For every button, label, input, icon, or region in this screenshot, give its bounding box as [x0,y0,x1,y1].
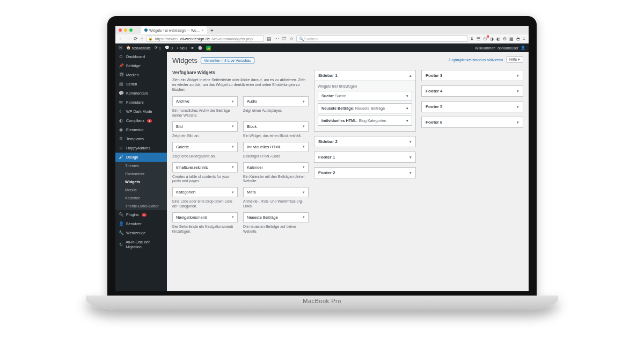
area-footer3-header[interactable]: Footer 3▾ [422,70,523,81]
plug-icon: 🔌 [119,212,123,217]
widget-desc: Zeigt einen Audioplayer. [243,109,309,113]
menu-dashboard[interactable]: ⊙Dashboard [115,52,167,61]
menu-design[interactable]: 🖌Design [115,153,167,162]
new-tab-icon[interactable]: + [209,27,215,33]
adminbar-lock-icon[interactable]: 🔒 [206,46,211,51]
more-icon[interactable]: ⋯ [274,36,279,41]
tab-close-icon[interactable]: × [201,28,203,32]
chevron-down-icon: ▾ [517,74,519,78]
happy-icon: ☺ [119,146,123,150]
ext4-icon[interactable]: ▦ [509,37,514,41]
widget-item[interactable]: Bild▾ [172,121,238,132]
menu-posts[interactable]: 📌Beiträge [115,61,167,70]
adminbar-site[interactable]: 🏠 testwebsite [126,46,151,50]
menu-complianz[interactable]: ◐Complianz1 [115,116,167,125]
menu-media[interactable]: 🖼Medien [115,70,167,80]
a11y-mode-link[interactable]: Zugänglichkeitsmodus aktivieren [448,58,503,62]
placed-widget[interactable]: Individuelles HTML: Blog Kategorien▾ [318,116,412,126]
alarm-icon[interactable]: ⏱3 [483,37,487,41]
widget-desc: Ein monatliches Archiv der Beiträge dein… [172,109,238,118]
menu-icon[interactable]: ≡ [523,37,525,41]
ext2-icon[interactable]: ◐ [496,37,500,41]
widget-item[interactable]: Meta▾ [243,187,309,197]
menu-plugins[interactable]: 🔌Plugins1 [115,210,167,219]
adminbar-updates[interactable]: ⟳ 1 [155,46,161,50]
area-footer1-header[interactable]: Footer 1▾ [314,152,415,162]
wp-adminbar: ⓦ 🏠 testwebsite ⟳ 1 💬 0 + Neu 👁 ⬤ 🔒 Will… [115,44,529,52]
adminbar-ext2-icon[interactable]: ⬤ [198,46,202,50]
menu-templates[interactable]: 🗎Templates [115,134,167,143]
area-footer2-header[interactable]: Footer 2▾ [314,168,415,178]
widget-item[interactable]: Block▾ [243,121,309,132]
adminbar-new[interactable]: + Neu [177,46,187,50]
widget-item[interactable]: Inhaltsverzeichnis▾ [172,162,238,172]
adminbar-comments[interactable]: 💬 0 [165,46,173,50]
area-footer6-header[interactable]: Footer 6▾ [422,117,523,127]
browser-tab[interactable]: Widgets ‹ at-webdesign — Wo… × [141,26,207,34]
placed-widget[interactable]: Neueste Beiträge: Neueste Beiträge▾ [318,103,412,113]
widget-item[interactable]: Kalender▾ [243,162,309,172]
menu-aio[interactable]: ↻All-in-One WP Migration [115,238,167,251]
comment-icon: 💬 [119,91,123,96]
chevron-down-icon: ▾ [232,190,234,195]
help-tab[interactable]: Hilfe ▾ [506,56,523,63]
submenu-editor[interactable]: Theme-Datei-Editor [115,202,167,210]
search-input[interactable]: 🔍 Suchen [296,35,467,42]
area-footer5-header[interactable]: Footer 5▾ [422,102,523,112]
download-icon[interactable]: ⬇ [470,37,474,41]
widget-item[interactable]: Archive▾ [172,96,238,106]
traffic-close-icon[interactable] [119,28,122,32]
area-footer1: Footer 1▾ [314,152,416,163]
widget-item[interactable]: Neueste Beiträge▾ [243,212,309,222]
bookmark-icon[interactable]: ☰ [477,37,480,41]
shield-icon[interactable]: 🛡 [282,36,287,41]
menu-users[interactable]: 👤Benutzer [115,219,167,228]
laptop-screen: Widgets ‹ at-webdesign — Wo… × + ← → ⟳ ⌂… [107,16,537,296]
page-icon: ▤ [119,82,123,87]
menu-comments[interactable]: 💬Kommentare [115,89,167,98]
chevron-down-icon: ▾ [517,105,519,109]
widget-item[interactable]: Kategorien▾ [172,187,238,197]
nav-home-icon[interactable]: ⌂ [141,36,143,41]
submenu-themes[interactable]: Themes [115,162,167,170]
lock-icon: 🔒 [148,37,153,41]
menu-forms[interactable]: ✉Formulare [115,98,167,107]
page-title: Widgets Verwalten mit Live-Vorschau [172,56,448,64]
widget-desc: Beliebiger HTML-Code. [243,154,309,159]
submenu-widgets[interactable]: Widgets [115,178,167,186]
menu-pages[interactable]: ▤Seiten [115,80,167,89]
nav-back-icon[interactable]: ← [119,36,123,41]
widget-item[interactable]: Navigationsmenü▾ [172,212,238,222]
submenu-menus[interactable]: Menüs [115,186,167,194]
menu-darkmode[interactable]: ☾WP Dark Mode [115,107,167,116]
star-icon[interactable]: ☆ [289,36,294,41]
reader-icon[interactable]: ▤ [267,36,272,41]
chevron-down-icon: ▾ [303,124,305,128]
menu-tools[interactable]: 🔧Werkzeuge [115,228,167,238]
widget-item[interactable]: Individuelles HTML▾ [243,142,309,152]
chevron-down-icon: ▾ [517,120,519,125]
submenu-kadence[interactable]: Kadence [115,194,167,202]
area-footer4-header[interactable]: Footer 4▾ [422,86,523,96]
placed-widget[interactable]: Suche: Suche▾ [318,91,412,101]
menu-elementor[interactable]: ◉Elementor [115,125,167,134]
ext1-icon[interactable]: ◑ [490,37,494,41]
pin-icon: 📌 [119,63,123,68]
ext5-icon[interactable]: ◓ [516,37,520,41]
live-preview-button[interactable]: Verwalten mit Live-Vorschau [201,57,254,63]
nav-reload-icon[interactable]: ⟳ [134,36,138,41]
menu-happy[interactable]: ☺HappyAddons [115,143,167,153]
widget-item[interactable]: Galerie▾ [172,142,238,152]
adminbar-ext1-icon[interactable]: 👁 [191,46,194,50]
traffic-min-icon[interactable] [124,28,127,32]
chevron-down-icon: ▾ [303,99,305,104]
submenu-customizer[interactable]: Customizer [115,170,167,178]
wp-logo-icon[interactable]: ⓦ [119,45,122,51]
traffic-max-icon[interactable] [129,28,133,32]
url-input[interactable]: 🔒 https://atweb.at-webdesign.de/wp-admin… [146,35,264,42]
ext3-icon[interactable]: ⚙ [503,37,507,41]
adminbar-account[interactable]: Willkommen, nonameuser 👤 [475,46,525,50]
widget-item[interactable]: Audio▾ [243,96,309,106]
area-sidebar2-header[interactable]: Sidebar 2▾ [314,136,415,147]
area-sidebar1-header[interactable]: Sidebar 1▴ [314,70,415,81]
